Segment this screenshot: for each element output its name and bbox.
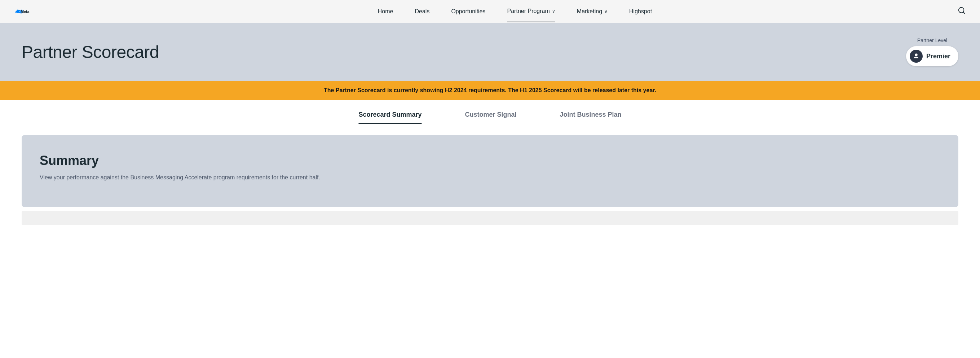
svg-line-4 bbox=[963, 12, 964, 13]
meta-logo[interactable]: ∞ Meta bbox=[14, 6, 43, 17]
hero-banner: Partner Scorecard Partner Level Premier bbox=[0, 23, 980, 81]
tab-scorecard-summary[interactable]: Scorecard Summary bbox=[358, 111, 422, 124]
nav-link-highspot[interactable]: Highspot bbox=[629, 1, 652, 22]
nav-link-opportunities[interactable]: Opportunities bbox=[451, 1, 485, 22]
summary-card: Summary View your performance against th… bbox=[22, 135, 958, 207]
tab-customer-signal[interactable]: Customer Signal bbox=[465, 111, 517, 124]
nav-link-partner-program[interactable]: Partner Program ∨ bbox=[507, 1, 555, 22]
search-icon[interactable] bbox=[958, 6, 966, 16]
partner-badge: Premier bbox=[906, 46, 958, 66]
bottom-divider bbox=[22, 211, 958, 225]
page-title: Partner Scorecard bbox=[22, 42, 159, 62]
navbar: ∞ Meta Home Deals Opportunities Partner … bbox=[0, 0, 980, 23]
partner-level-label: Partner Level bbox=[917, 38, 947, 43]
partner-level-container: Partner Level Premier bbox=[906, 38, 958, 66]
tabs-container: Scorecard Summary Customer Signal Joint … bbox=[0, 100, 980, 124]
partner-badge-icon bbox=[910, 50, 923, 63]
nav-link-deals[interactable]: Deals bbox=[415, 1, 430, 22]
notification-banner: The Partner Scorecard is currently showi… bbox=[0, 81, 980, 100]
marketing-chevron-icon: ∨ bbox=[604, 9, 608, 14]
nav-link-marketing[interactable]: Marketing ∨ bbox=[577, 1, 608, 22]
summary-heading: Summary bbox=[40, 153, 940, 168]
svg-text:Meta: Meta bbox=[21, 10, 30, 14]
partner-program-chevron-icon: ∨ bbox=[552, 9, 555, 14]
partner-badge-text: Premier bbox=[926, 52, 950, 60]
svg-text:∞: ∞ bbox=[15, 10, 18, 14]
summary-description: View your performance against the Busine… bbox=[40, 173, 940, 182]
notification-message: The Partner Scorecard is currently showi… bbox=[14, 87, 966, 93]
main-content: Summary View your performance against th… bbox=[0, 124, 980, 236]
nav-links: Home Deals Opportunities Partner Program… bbox=[72, 1, 958, 22]
nav-link-home[interactable]: Home bbox=[378, 1, 393, 22]
tab-joint-business-plan[interactable]: Joint Business Plan bbox=[560, 111, 622, 124]
